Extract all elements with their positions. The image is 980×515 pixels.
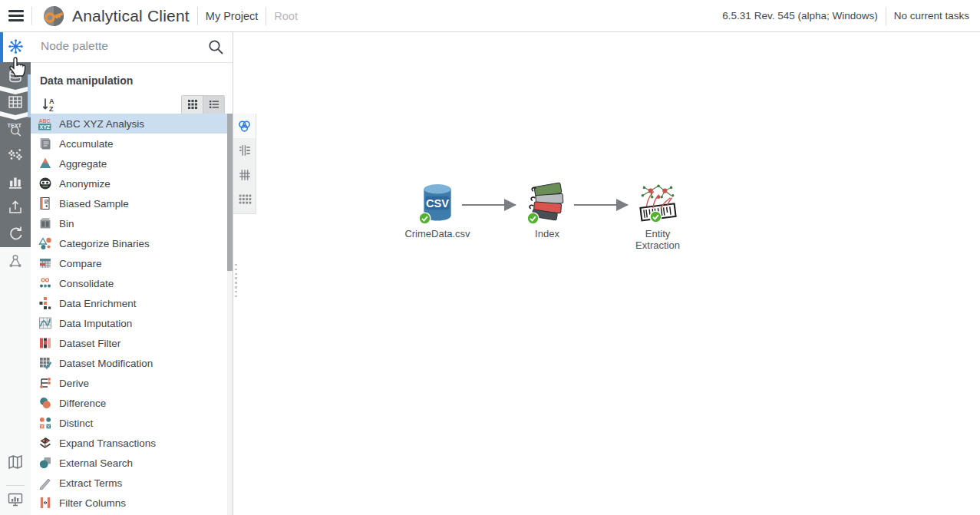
extract-terms-icon xyxy=(38,476,52,490)
derive-icon xyxy=(38,376,52,390)
search-input[interactable] xyxy=(31,31,202,61)
palette-item[interactable]: Distinct xyxy=(31,413,227,433)
database-icon[interactable] xyxy=(6,68,25,86)
expand-transactions-icon xyxy=(38,436,52,450)
grid-view-icon[interactable] xyxy=(182,96,203,114)
accumulate-icon xyxy=(38,137,52,150)
palette-item-label: Aggregate xyxy=(59,158,107,170)
percent-dots-icon[interactable] xyxy=(6,146,25,164)
palette-item-label: Derive xyxy=(59,378,89,389)
dataset-filter-icon xyxy=(38,336,52,350)
palette-item-label: Filter Columns xyxy=(59,497,126,509)
palette-item[interactable]: Aggregate xyxy=(31,154,227,173)
palette-item[interactable]: Consolidate xyxy=(31,273,227,293)
palette-item-label: Extract Terms xyxy=(59,477,122,489)
map-icon[interactable] xyxy=(6,453,25,471)
palette-item-label: Consolidate xyxy=(59,278,114,289)
version-label: 6.5.31 Rev. 545 (alpha; Windows) xyxy=(722,10,877,21)
column-layout-icon[interactable] xyxy=(233,138,256,163)
data-enrichment-icon xyxy=(38,296,52,310)
categorize-binaries-icon xyxy=(38,236,52,250)
table-icon[interactable] xyxy=(6,93,25,111)
export-box-icon[interactable] xyxy=(6,198,25,216)
workflow-node-csv[interactable]: CSV CrimeData.csv xyxy=(403,183,472,239)
svg-text:ABC: ABC xyxy=(39,118,51,124)
palette-item[interactable]: Data Enrichment xyxy=(31,293,227,313)
palette-item[interactable]: Anonymize xyxy=(31,173,227,193)
palette-item[interactable]: Biased Sample xyxy=(31,193,227,213)
palette-item-label: Data Enrichment xyxy=(59,298,137,309)
palette-item-label: Data Imputation xyxy=(59,318,132,329)
palette-item[interactable]: Data Imputation xyxy=(31,313,227,333)
compare-icon xyxy=(38,256,52,270)
node-label: Index xyxy=(513,228,582,239)
palette-item[interactable]: Extract Terms xyxy=(31,473,227,493)
consolidate-icon xyxy=(38,276,52,290)
palette-item-label: Dataset Filter xyxy=(59,338,120,349)
list-view-icon[interactable] xyxy=(203,96,224,114)
palette-item[interactable]: Compare xyxy=(31,253,227,273)
rail-divider xyxy=(6,485,25,486)
palette-item[interactable]: Dataset Modification xyxy=(31,353,227,373)
palette-item[interactable]: Expand Transactions xyxy=(31,433,227,453)
distinct-icon xyxy=(38,416,52,430)
grid-lines-icon[interactable] xyxy=(233,163,256,187)
success-badge-icon xyxy=(526,212,539,225)
svg-text:A: A xyxy=(49,97,54,105)
bin-icon xyxy=(38,216,52,230)
dot-grid-icon[interactable] xyxy=(233,187,256,212)
menu-icon[interactable] xyxy=(8,10,24,21)
refresh-icon[interactable] xyxy=(6,224,25,243)
palette-item[interactable]: Categorize Binaries xyxy=(31,233,227,253)
palette-item-label: Bin xyxy=(59,218,74,229)
hierarchy-icon[interactable] xyxy=(6,253,25,271)
breadcrumb-root[interactable]: Root xyxy=(274,10,298,22)
rail-scroll-indicator[interactable] xyxy=(28,74,31,117)
monitor-chart-icon[interactable] xyxy=(6,490,25,509)
venn-circles-icon[interactable] xyxy=(233,114,256,138)
sort-az-icon[interactable]: A Z xyxy=(40,95,58,114)
palette-item[interactable]: Dataset Filter xyxy=(31,333,227,353)
node-label: Entity Extraction xyxy=(623,228,692,251)
anonymize-icon xyxy=(38,177,52,190)
node-palette-icon xyxy=(7,38,25,55)
svg-text:TEXT: TEXT xyxy=(8,122,22,129)
view-toggle xyxy=(181,95,225,114)
tasks-status: No current tasks xyxy=(894,10,969,21)
palette-item-label: Anonymize xyxy=(59,178,111,190)
palette-item[interactable]: ABCXYZ ABC XYZ Analysis xyxy=(31,114,227,134)
panel-resize-grip[interactable] xyxy=(235,264,237,298)
search-icon[interactable] xyxy=(206,38,225,56)
palette-item[interactable]: External Search xyxy=(31,453,227,473)
difference-icon xyxy=(38,396,52,410)
bar-chart-icon[interactable] xyxy=(6,173,25,191)
palette-item[interactable]: Filter Columns xyxy=(31,493,227,513)
palette-scrollbar-thumb[interactable] xyxy=(227,114,233,271)
palette-item-label: Compare xyxy=(59,258,102,269)
filter-columns-icon xyxy=(38,496,52,510)
project-link[interactable]: My Project xyxy=(206,10,259,22)
external-search-icon xyxy=(38,456,52,470)
palette-scrollbar-track xyxy=(227,114,233,515)
dataset-modification-icon xyxy=(38,356,52,370)
palette-item[interactable]: Difference xyxy=(31,393,227,413)
palette-item[interactable]: Accumulate xyxy=(31,134,227,154)
biased-sample-icon xyxy=(38,196,52,210)
rail-item-node-palette[interactable] xyxy=(0,31,31,62)
svg-text:XYZ: XYZ xyxy=(40,124,51,130)
palette-item[interactable]: Derive xyxy=(31,373,227,393)
palette-item-label: Expand Transactions xyxy=(59,437,156,449)
node-label: CrimeData.csv xyxy=(403,228,472,239)
workflow-canvas[interactable] xyxy=(233,31,980,515)
palette-item-label: Distinct xyxy=(59,418,93,429)
workflow-node-index[interactable]: Index xyxy=(513,181,582,239)
aggregate-icon xyxy=(38,157,52,170)
layout-mini-toolbar xyxy=(233,114,256,214)
palette-node-list: ABCXYZ ABC XYZ Analysis Accumulate Aggre… xyxy=(31,114,227,515)
text-search-icon[interactable]: TEXT xyxy=(6,120,25,138)
palette-item[interactable]: Bin xyxy=(31,213,227,233)
data-imputation-icon xyxy=(38,316,52,330)
top-bar: Analytical Client My Project Root 6.5.31… xyxy=(0,0,980,32)
app-logo-icon xyxy=(41,4,66,28)
success-badge-icon xyxy=(418,212,431,225)
